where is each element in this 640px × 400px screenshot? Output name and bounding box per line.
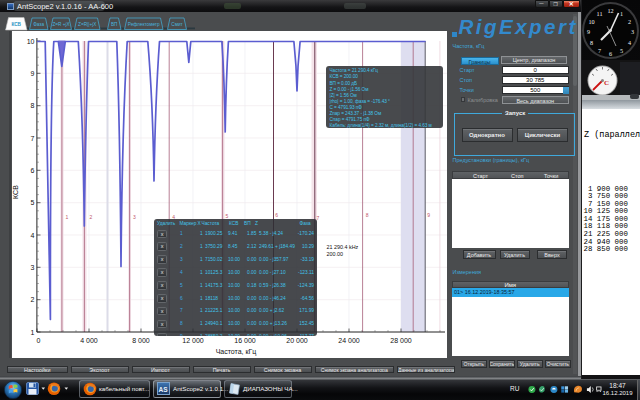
svg-text:2: 2 bbox=[628, 18, 631, 25]
svg-text:10: 10 bbox=[588, 18, 594, 25]
svg-text:Z=R +jX: Z=R +jX bbox=[52, 22, 70, 27]
svg-text:6: 6 bbox=[609, 50, 612, 57]
svg-text:0: 0 bbox=[37, 337, 41, 344]
svg-text:7: 7 bbox=[598, 47, 601, 54]
svg-text:16 000: 16 000 bbox=[234, 337, 256, 344]
svg-text:3: 3 bbox=[133, 214, 136, 220]
svg-text:5: 5 bbox=[31, 199, 35, 206]
svg-text:4: 4 bbox=[31, 232, 35, 239]
svg-text:5: 5 bbox=[620, 47, 623, 54]
svg-text:КСВ: КСВ bbox=[12, 185, 19, 199]
svg-text:Рефлектометр: Рефлектометр bbox=[128, 22, 160, 27]
svg-text:11: 11 bbox=[597, 10, 603, 17]
svg-text:1: 1 bbox=[66, 214, 69, 220]
svg-text:КСВ: КСВ bbox=[11, 22, 21, 27]
svg-text:3: 3 bbox=[631, 28, 634, 35]
svg-text:8: 8 bbox=[590, 39, 593, 46]
svg-text:9: 9 bbox=[31, 70, 35, 77]
svg-text:12: 12 bbox=[607, 7, 613, 14]
svg-text:4 000: 4 000 bbox=[80, 337, 98, 344]
svg-text:Z=R||+jX: Z=R||+jX bbox=[78, 22, 97, 27]
svg-text:9: 9 bbox=[427, 212, 430, 218]
svg-text:8: 8 bbox=[366, 212, 369, 218]
svg-text:6: 6 bbox=[275, 212, 278, 218]
svg-text:200.00: 200.00 bbox=[327, 251, 344, 257]
svg-text:4: 4 bbox=[628, 39, 631, 46]
svg-text:21 290.4 kHz: 21 290.4 kHz bbox=[327, 244, 359, 250]
svg-text:1: 1 bbox=[31, 329, 35, 336]
svg-text:8 000: 8 000 bbox=[132, 337, 150, 344]
svg-text:2: 2 bbox=[31, 296, 35, 303]
svg-text:10: 10 bbox=[27, 38, 35, 45]
svg-text:Фаза: Фаза bbox=[33, 22, 44, 27]
svg-text:12 000: 12 000 bbox=[182, 337, 204, 344]
svg-text:C: C bbox=[604, 79, 609, 87]
svg-text:7: 7 bbox=[317, 215, 320, 221]
svg-text:9: 9 bbox=[587, 28, 590, 35]
svg-text:Частота, кГц: Частота, кГц bbox=[216, 348, 257, 356]
svg-text:2: 2 bbox=[90, 214, 93, 220]
svg-text:3: 3 bbox=[31, 264, 35, 271]
svg-text:ВП: ВП bbox=[111, 22, 118, 27]
svg-text:7: 7 bbox=[31, 135, 35, 142]
svg-text:28 000: 28 000 bbox=[390, 337, 412, 344]
svg-text:24 000: 24 000 bbox=[338, 337, 360, 344]
svg-text:8: 8 bbox=[31, 102, 35, 109]
svg-text:Смит: Смит bbox=[171, 22, 183, 27]
svg-text:20 000: 20 000 bbox=[286, 337, 308, 344]
svg-text:1: 1 bbox=[620, 10, 623, 17]
svg-text:6: 6 bbox=[31, 167, 35, 174]
